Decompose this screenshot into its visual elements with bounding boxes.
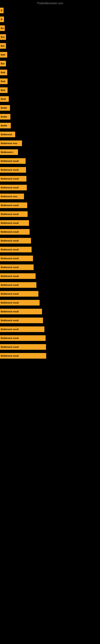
- bar-row: Bottleneck result: [0, 218, 100, 228]
- bar-label: Bottleneck result: [1, 240, 19, 242]
- bars-container: BBBoBotBotBottBotBottBottBottBottlBottle…: [0, 6, 100, 360]
- bar-item: Bottleneck result: [0, 273, 36, 279]
- bar-label: Bo: [1, 27, 4, 30]
- bar-label: Bottleneck r: [1, 151, 14, 153]
- bar-row: Bottleneck resu: [0, 192, 100, 201]
- bar-row: B: [0, 6, 100, 15]
- bar-item: Bottleneck result: [0, 256, 33, 261]
- site-title: TheBottlenecker.com: [0, 0, 100, 6]
- bar-row: Bottle: [0, 104, 100, 112]
- bar-item: Bottleneck result: [0, 185, 27, 190]
- bar-row: Bott: [0, 50, 100, 59]
- bar-label: Bottleneck resu: [1, 142, 17, 144]
- bar-item: Bott: [0, 87, 8, 93]
- bar-label: Bottleneck result: [1, 248, 19, 251]
- bar-item: Bottleneck result: [0, 326, 44, 332]
- bar-item: Bottle: [0, 123, 11, 128]
- bar-row: Bottleneck result: [0, 183, 100, 192]
- bar-item: Bottleneck result: [0, 353, 46, 359]
- bar-row: Bottleneck result: [0, 272, 100, 280]
- bar-row: Bottle: [0, 112, 100, 121]
- bar-item: Bottleneck result: [0, 300, 40, 306]
- bar-row: Bottleneck result: [0, 236, 100, 245]
- bar-item: Bo: [0, 25, 5, 31]
- bar-item: B: [0, 8, 3, 13]
- bar-row: Bottleneck result: [0, 342, 100, 352]
- bar-row: Bottleneck result: [0, 228, 100, 236]
- bar-label: Bott: [1, 80, 5, 82]
- bar-label: Bottleneck result: [1, 337, 19, 339]
- bar-label: Bott: [1, 89, 5, 91]
- bar-item: Bott: [0, 52, 7, 58]
- bar-label: Bottleneck result: [1, 231, 19, 233]
- bar-item: Bottleneck result: [0, 291, 38, 297]
- bar-label: Bottleneck result: [1, 213, 19, 215]
- bar-item: Bottleneck result: [0, 211, 28, 217]
- bar-item: Bot: [0, 43, 6, 49]
- bar-label: Bot: [1, 36, 4, 38]
- bar-label: Bottleneck result: [1, 222, 19, 224]
- bar-row: B: [0, 15, 100, 24]
- bar-row: Bot: [0, 42, 100, 50]
- bar-row: Bottleneck result: [0, 316, 100, 325]
- bar-item: Bottleneck result: [0, 264, 34, 270]
- bar-label: Bottleneck result: [1, 275, 19, 277]
- bar-label: Bottleneck result: [1, 204, 19, 206]
- bar-row: Bottleneck result: [0, 210, 100, 218]
- bar-row: Bottleneck result: [0, 290, 100, 298]
- bar-label: Bottleneck result: [1, 160, 19, 162]
- bar-item: Bottleneck resu: [0, 194, 24, 199]
- bar-label: Bottleneck: [1, 133, 12, 136]
- bar-item: Bottleneck result: [0, 344, 46, 350]
- bar-row: Bottleneck result: [0, 298, 100, 307]
- bar-item: Bottl: [0, 96, 9, 102]
- bar-item: Bot: [0, 34, 6, 40]
- bar-item: Bottleneck result: [0, 229, 30, 235]
- bar-row: Bottl: [0, 94, 100, 104]
- bar-row: Bottleneck result: [0, 325, 100, 334]
- bar-label: Bottle: [1, 116, 7, 118]
- bar-item: Bottleneck: [0, 132, 15, 137]
- bar-label: B: [1, 18, 2, 20]
- bar-row: Bo: [0, 24, 100, 32]
- bar-item: Bottleneck result: [0, 335, 46, 341]
- bar-item: Bottleneck resu: [0, 140, 22, 146]
- bar-label: Bottl: [1, 98, 6, 100]
- bar-row: Bottleneck result: [0, 280, 100, 290]
- bar-label: Bott: [1, 71, 5, 74]
- bar-row: Bott: [0, 77, 100, 86]
- bar-row: Bottleneck result: [0, 263, 100, 272]
- bar-label: Bottleneck result: [1, 310, 19, 313]
- bar-label: Bot: [1, 45, 4, 47]
- bar-item: Bottleneck result: [0, 176, 26, 182]
- bar-item: Bottleneck result: [0, 167, 26, 173]
- bar-row: Bottleneck result: [0, 352, 100, 360]
- bar-row: Bottleneck result: [0, 254, 100, 263]
- bar-label: Bot: [1, 62, 4, 65]
- bar-label: Bottleneck result: [1, 302, 19, 304]
- bar-label: Bottleneck result: [1, 292, 19, 295]
- bar-label: Bottleneck resu: [1, 195, 17, 198]
- bar-label: Bottleneck result: [1, 186, 19, 189]
- bar-label: Bottle: [1, 124, 7, 127]
- bar-item: Bottleneck r: [0, 149, 18, 155]
- bar-row: Bot: [0, 59, 100, 68]
- bar-row: Bottleneck result: [0, 174, 100, 183]
- bar-row: Bottleneck result: [0, 334, 100, 342]
- bar-item: Bottleneck result: [0, 158, 26, 164]
- bar-item: Bot: [0, 61, 6, 66]
- bar-item: Bott: [0, 70, 7, 75]
- bar-item: Bottleneck result: [0, 318, 43, 323]
- bar-label: Bottleneck result: [1, 328, 19, 330]
- bar-item: Bott: [0, 78, 8, 84]
- bar-row: Bottleneck r: [0, 148, 100, 156]
- bar-item: Bottleneck result: [0, 247, 32, 252]
- bar-item: Bottleneck result: [0, 309, 42, 314]
- bar-label: Bottleneck result: [1, 284, 19, 286]
- bar-item: Bottle: [0, 114, 10, 120]
- bar-label: Bottleneck result: [1, 169, 19, 171]
- bar-row: Bottleneck resu: [0, 139, 100, 148]
- bar-row: Bottleneck result: [0, 245, 100, 254]
- bar-label: Bottleneck result: [1, 178, 19, 180]
- bar-label: Bottleneck result: [1, 354, 19, 357]
